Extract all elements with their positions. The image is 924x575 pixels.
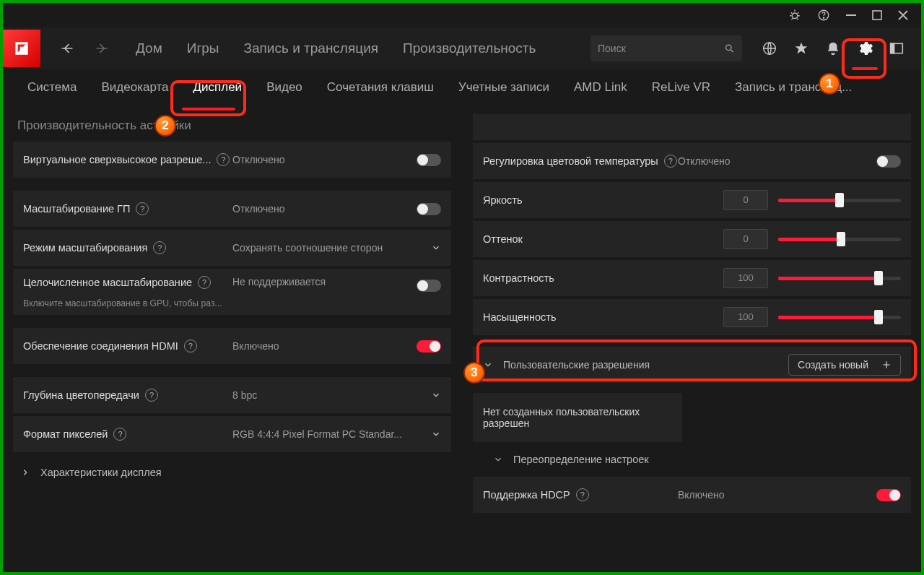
web-icon[interactable]: [755, 34, 784, 63]
slider-contrast[interactable]: [778, 277, 901, 280]
help-icon[interactable]: ?: [153, 241, 166, 254]
toggle-gpuscale[interactable]: [417, 203, 441, 215]
nav-stream[interactable]: Запись и трансляция: [232, 33, 391, 64]
svg-point-5: [726, 45, 732, 51]
label-intscale: Целочисленное масштабирование: [23, 277, 192, 288]
row-vsr: Виртуальное сверхвысокое разреше...? Отк…: [13, 142, 451, 181]
row-pixfmt[interactable]: Формат пикселей? RGB 4:4:4 Pixel Format …: [13, 416, 451, 455]
nav-forward-button[interactable]: [87, 33, 117, 64]
svg-point-0: [792, 13, 798, 19]
num-contrast[interactable]: 100: [723, 268, 768, 288]
value-intscale: Не поддерживается: [232, 276, 417, 288]
label-hdmi: Обеспечение соединения HDMI: [23, 340, 178, 352]
value-temp: Отключено: [678, 155, 876, 167]
sub-tabs: Система Видеокарта Дисплей Видео Сочетан…: [3, 69, 921, 105]
search-input[interactable]: [598, 43, 724, 54]
toggle-intscale[interactable]: [417, 280, 441, 292]
help-icon[interactable]: ?: [576, 488, 589, 501]
left-column: Производительность астройки Виртуальное …: [13, 114, 451, 563]
num-brightness[interactable]: 0: [723, 190, 768, 210]
label-pixfmt: Формат пикселей: [23, 428, 108, 440]
help-icon[interactable]: ?: [145, 389, 158, 402]
tab-video[interactable]: Видео: [255, 70, 314, 105]
row-override[interactable]: Переопределение настроек: [473, 442, 911, 477]
num-hue[interactable]: 0: [723, 229, 768, 249]
row-display-specs[interactable]: Характеристики дисплея: [13, 455, 451, 490]
help-icon[interactable]: ?: [184, 340, 197, 353]
plus-icon: [881, 360, 892, 370]
slider-hue[interactable]: [778, 238, 901, 241]
star-icon[interactable]: [787, 34, 816, 63]
row-custom-resolutions[interactable]: Пользовательские разрешения Создать новы…: [473, 347, 911, 383]
row-brightness: Яркость 0: [473, 182, 911, 221]
tab-stream[interactable]: Запись и трансляц...: [723, 70, 863, 105]
nav-back-button[interactable]: [52, 33, 82, 64]
bell-icon[interactable]: [819, 34, 847, 63]
value-hdmi: Включено: [232, 340, 417, 352]
nav-home[interactable]: Дом: [124, 33, 174, 64]
value-hdcp: Включено: [678, 489, 876, 501]
toggle-hdcp[interactable]: [876, 489, 901, 501]
nav-performance[interactable]: Производительность: [391, 33, 547, 64]
row-saturation: Насыщенность 100: [473, 299, 911, 338]
toggle-hdmi[interactable]: [417, 340, 441, 353]
tab-relivevr[interactable]: ReLive VR: [640, 70, 722, 105]
window-controls: [3, 3, 921, 27]
search-box[interactable]: [590, 35, 742, 61]
annotation-badge-3: 3: [463, 362, 485, 384]
label-brightness: Яркость: [483, 194, 523, 206]
value-depth: 8 bpc: [232, 389, 431, 401]
tab-hotkeys[interactable]: Сочетания клавиш: [315, 70, 445, 105]
label-depth: Глубина цветопередачи: [23, 389, 139, 401]
tab-accounts[interactable]: Учетные записи: [447, 70, 561, 105]
help-icon[interactable]: [817, 9, 830, 22]
label-temp: Регулировка цветовой температуры: [483, 155, 658, 167]
create-new-button[interactable]: Создать новый: [788, 354, 901, 376]
content: Производительность астройки Виртуальное …: [3, 105, 921, 572]
label-saturation: Насыщенность: [483, 311, 557, 323]
slider-brightness[interactable]: [778, 199, 901, 202]
annotation-underline-2: [182, 108, 235, 111]
help-icon[interactable]: ?: [664, 155, 677, 168]
dock-icon[interactable]: [882, 34, 911, 63]
right-column: Регулировка цветовой температуры? Отключ…: [473, 114, 911, 563]
num-saturation[interactable]: 100: [723, 307, 768, 327]
chevron-right-icon: [20, 467, 30, 477]
row-hdmi: Обеспечение соединения HDMI? Включено: [13, 328, 451, 367]
label-hue: Оттенок: [483, 233, 523, 245]
help-icon[interactable]: ?: [136, 202, 149, 215]
row-hue: Оттенок 0: [473, 221, 911, 260]
row-depth[interactable]: Глубина цветопередачи? 8 bpc: [13, 377, 451, 416]
tab-amdlink[interactable]: AMD Link: [562, 70, 639, 105]
sub-intscale: Включите масштабирование в GPU, чтобы ра…: [23, 298, 441, 308]
close-icon[interactable]: [898, 10, 908, 20]
tab-gpu[interactable]: Видеокарта: [90, 70, 180, 105]
label-gpuscale: Масштабирование ГП: [23, 203, 130, 215]
label-hdcp: Поддержка HDCP: [483, 489, 570, 501]
tab-system[interactable]: Система: [16, 70, 88, 105]
maximize-icon[interactable]: [872, 10, 882, 20]
toggle-vsr[interactable]: [417, 154, 441, 166]
amd-logo[interactable]: [3, 30, 40, 67]
help-icon[interactable]: ?: [198, 276, 211, 289]
settings-icon[interactable]: [850, 34, 879, 63]
help-icon[interactable]: ?: [113, 428, 126, 441]
svg-rect-8: [891, 43, 894, 53]
nav-games[interactable]: Игры: [175, 33, 231, 64]
value-scalemode: Сохранять соотношение сторон: [232, 242, 431, 254]
label-contrast: Контрастность: [483, 272, 554, 284]
minimize-icon[interactable]: [846, 10, 856, 20]
value-pixfmt: RGB 4:4:4 Pixel Format PC Standar...: [232, 428, 431, 440]
help-icon[interactable]: ?: [217, 153, 230, 166]
slider-saturation[interactable]: [778, 316, 901, 319]
chevron-down-icon: [431, 390, 441, 400]
toggle-temp[interactable]: [876, 155, 901, 168]
row-contrast: Контрастность 100: [473, 260, 911, 299]
svg-rect-4: [873, 11, 881, 20]
tab-display[interactable]: Дисплей: [182, 70, 254, 105]
bug-icon[interactable]: [788, 9, 801, 22]
app-root: Дом Игры Запись и трансляция Производите…: [3, 3, 921, 572]
chevron-down-icon: [431, 429, 441, 439]
value-vsr: Отключено: [232, 154, 417, 165]
row-scalemode[interactable]: Режим масштабирования? Сохранять соотнош…: [13, 230, 451, 269]
